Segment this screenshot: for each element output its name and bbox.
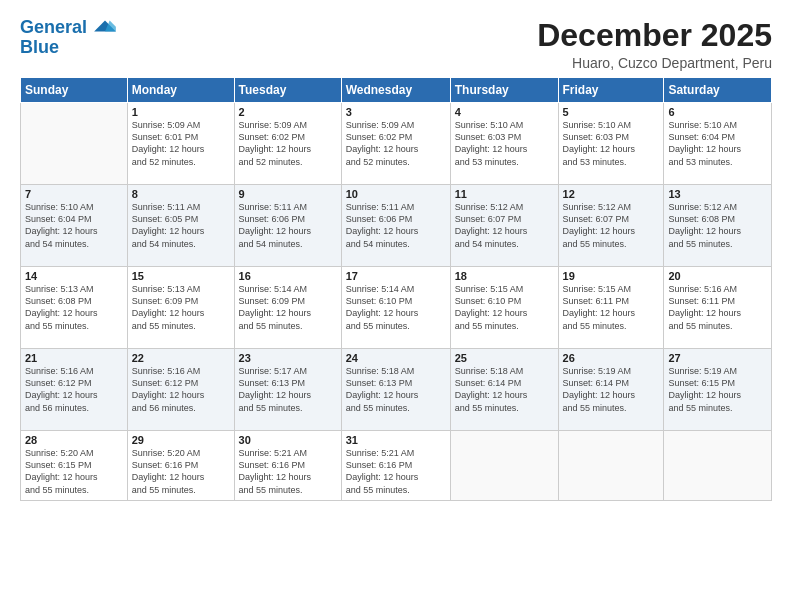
day-info: Sunrise: 5:15 AM Sunset: 6:11 PM Dayligh… — [563, 283, 660, 332]
day-number: 19 — [563, 270, 660, 282]
day-number: 16 — [239, 270, 337, 282]
day-info: Sunrise: 5:20 AM Sunset: 6:16 PM Dayligh… — [132, 447, 230, 496]
table-row: 5Sunrise: 5:10 AM Sunset: 6:03 PM Daylig… — [558, 103, 664, 185]
col-saturday: Saturday — [664, 78, 772, 103]
day-number: 25 — [455, 352, 554, 364]
calendar-week-row: 7Sunrise: 5:10 AM Sunset: 6:04 PM Daylig… — [21, 185, 772, 267]
table-row: 17Sunrise: 5:14 AM Sunset: 6:10 PM Dayli… — [341, 267, 450, 349]
day-info: Sunrise: 5:11 AM Sunset: 6:06 PM Dayligh… — [239, 201, 337, 250]
table-row: 18Sunrise: 5:15 AM Sunset: 6:10 PM Dayli… — [450, 267, 558, 349]
day-info: Sunrise: 5:10 AM Sunset: 6:03 PM Dayligh… — [563, 119, 660, 168]
day-info: Sunrise: 5:16 AM Sunset: 6:12 PM Dayligh… — [132, 365, 230, 414]
day-number: 22 — [132, 352, 230, 364]
day-info: Sunrise: 5:09 AM Sunset: 6:01 PM Dayligh… — [132, 119, 230, 168]
day-info: Sunrise: 5:21 AM Sunset: 6:16 PM Dayligh… — [239, 447, 337, 496]
title-block: December 2025 Huaro, Cuzco Department, P… — [537, 18, 772, 71]
table-row: 28Sunrise: 5:20 AM Sunset: 6:15 PM Dayli… — [21, 431, 128, 501]
calendar-week-row: 21Sunrise: 5:16 AM Sunset: 6:12 PM Dayli… — [21, 349, 772, 431]
day-info: Sunrise: 5:16 AM Sunset: 6:11 PM Dayligh… — [668, 283, 767, 332]
day-number: 8 — [132, 188, 230, 200]
day-number: 4 — [455, 106, 554, 118]
calendar-header-row: Sunday Monday Tuesday Wednesday Thursday… — [21, 78, 772, 103]
col-sunday: Sunday — [21, 78, 128, 103]
table-row: 26Sunrise: 5:19 AM Sunset: 6:14 PM Dayli… — [558, 349, 664, 431]
day-info: Sunrise: 5:12 AM Sunset: 6:07 PM Dayligh… — [563, 201, 660, 250]
table-row: 2Sunrise: 5:09 AM Sunset: 6:02 PM Daylig… — [234, 103, 341, 185]
table-row: 27Sunrise: 5:19 AM Sunset: 6:15 PM Dayli… — [664, 349, 772, 431]
table-row: 11Sunrise: 5:12 AM Sunset: 6:07 PM Dayli… — [450, 185, 558, 267]
table-row: 4Sunrise: 5:10 AM Sunset: 6:03 PM Daylig… — [450, 103, 558, 185]
table-row: 25Sunrise: 5:18 AM Sunset: 6:14 PM Dayli… — [450, 349, 558, 431]
table-row — [664, 431, 772, 501]
table-row: 12Sunrise: 5:12 AM Sunset: 6:07 PM Dayli… — [558, 185, 664, 267]
table-row: 30Sunrise: 5:21 AM Sunset: 6:16 PM Dayli… — [234, 431, 341, 501]
calendar-week-row: 1Sunrise: 5:09 AM Sunset: 6:01 PM Daylig… — [21, 103, 772, 185]
day-info: Sunrise: 5:11 AM Sunset: 6:05 PM Dayligh… — [132, 201, 230, 250]
table-row — [21, 103, 128, 185]
table-row: 14Sunrise: 5:13 AM Sunset: 6:08 PM Dayli… — [21, 267, 128, 349]
day-number: 30 — [239, 434, 337, 446]
day-number: 20 — [668, 270, 767, 282]
day-info: Sunrise: 5:21 AM Sunset: 6:16 PM Dayligh… — [346, 447, 446, 496]
table-row: 24Sunrise: 5:18 AM Sunset: 6:13 PM Dayli… — [341, 349, 450, 431]
day-number: 31 — [346, 434, 446, 446]
table-row — [558, 431, 664, 501]
day-number: 11 — [455, 188, 554, 200]
day-number: 7 — [25, 188, 123, 200]
col-monday: Monday — [127, 78, 234, 103]
day-info: Sunrise: 5:19 AM Sunset: 6:15 PM Dayligh… — [668, 365, 767, 414]
table-row: 20Sunrise: 5:16 AM Sunset: 6:11 PM Dayli… — [664, 267, 772, 349]
day-number: 2 — [239, 106, 337, 118]
logo-text: General — [20, 18, 116, 38]
day-number: 13 — [668, 188, 767, 200]
day-info: Sunrise: 5:18 AM Sunset: 6:13 PM Dayligh… — [346, 365, 446, 414]
col-friday: Friday — [558, 78, 664, 103]
day-number: 28 — [25, 434, 123, 446]
table-row: 10Sunrise: 5:11 AM Sunset: 6:06 PM Dayli… — [341, 185, 450, 267]
table-row: 3Sunrise: 5:09 AM Sunset: 6:02 PM Daylig… — [341, 103, 450, 185]
day-info: Sunrise: 5:15 AM Sunset: 6:10 PM Dayligh… — [455, 283, 554, 332]
table-row: 29Sunrise: 5:20 AM Sunset: 6:16 PM Dayli… — [127, 431, 234, 501]
day-info: Sunrise: 5:10 AM Sunset: 6:03 PM Dayligh… — [455, 119, 554, 168]
day-number: 21 — [25, 352, 123, 364]
day-info: Sunrise: 5:14 AM Sunset: 6:10 PM Dayligh… — [346, 283, 446, 332]
day-info: Sunrise: 5:19 AM Sunset: 6:14 PM Dayligh… — [563, 365, 660, 414]
logo-icon — [94, 19, 116, 33]
day-info: Sunrise: 5:09 AM Sunset: 6:02 PM Dayligh… — [346, 119, 446, 168]
day-number: 29 — [132, 434, 230, 446]
table-row: 15Sunrise: 5:13 AM Sunset: 6:09 PM Dayli… — [127, 267, 234, 349]
month-title: December 2025 — [537, 18, 772, 53]
day-number: 10 — [346, 188, 446, 200]
day-info: Sunrise: 5:20 AM Sunset: 6:15 PM Dayligh… — [25, 447, 123, 496]
table-row: 23Sunrise: 5:17 AM Sunset: 6:13 PM Dayli… — [234, 349, 341, 431]
day-info: Sunrise: 5:11 AM Sunset: 6:06 PM Dayligh… — [346, 201, 446, 250]
table-row: 31Sunrise: 5:21 AM Sunset: 6:16 PM Dayli… — [341, 431, 450, 501]
day-number: 9 — [239, 188, 337, 200]
day-number: 3 — [346, 106, 446, 118]
col-thursday: Thursday — [450, 78, 558, 103]
logo: General Blue — [20, 18, 116, 58]
calendar-page: General Blue December 2025 Huaro, Cuzco … — [0, 0, 792, 612]
day-number: 18 — [455, 270, 554, 282]
day-info: Sunrise: 5:10 AM Sunset: 6:04 PM Dayligh… — [25, 201, 123, 250]
day-info: Sunrise: 5:12 AM Sunset: 6:08 PM Dayligh… — [668, 201, 767, 250]
table-row: 19Sunrise: 5:15 AM Sunset: 6:11 PM Dayli… — [558, 267, 664, 349]
table-row: 1Sunrise: 5:09 AM Sunset: 6:01 PM Daylig… — [127, 103, 234, 185]
col-tuesday: Tuesday — [234, 78, 341, 103]
table-row: 8Sunrise: 5:11 AM Sunset: 6:05 PM Daylig… — [127, 185, 234, 267]
day-number: 26 — [563, 352, 660, 364]
table-row: 22Sunrise: 5:16 AM Sunset: 6:12 PM Dayli… — [127, 349, 234, 431]
table-row: 7Sunrise: 5:10 AM Sunset: 6:04 PM Daylig… — [21, 185, 128, 267]
table-row: 9Sunrise: 5:11 AM Sunset: 6:06 PM Daylig… — [234, 185, 341, 267]
day-info: Sunrise: 5:18 AM Sunset: 6:14 PM Dayligh… — [455, 365, 554, 414]
calendar-week-row: 28Sunrise: 5:20 AM Sunset: 6:15 PM Dayli… — [21, 431, 772, 501]
day-number: 15 — [132, 270, 230, 282]
day-number: 1 — [132, 106, 230, 118]
day-info: Sunrise: 5:10 AM Sunset: 6:04 PM Dayligh… — [668, 119, 767, 168]
day-info: Sunrise: 5:12 AM Sunset: 6:07 PM Dayligh… — [455, 201, 554, 250]
day-number: 24 — [346, 352, 446, 364]
table-row: 6Sunrise: 5:10 AM Sunset: 6:04 PM Daylig… — [664, 103, 772, 185]
day-number: 14 — [25, 270, 123, 282]
day-info: Sunrise: 5:13 AM Sunset: 6:09 PM Dayligh… — [132, 283, 230, 332]
subtitle: Huaro, Cuzco Department, Peru — [537, 55, 772, 71]
